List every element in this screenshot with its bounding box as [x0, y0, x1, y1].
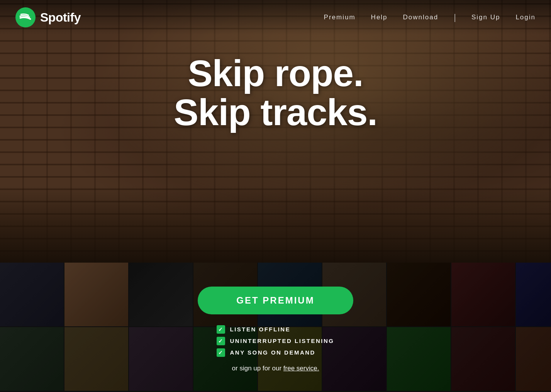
nav-premium[interactable]: Premium — [324, 14, 356, 21]
feature-on-demand: ANY SONG ON DEMAND — [217, 348, 315, 357]
get-premium-button[interactable]: GET PREMIUM — [198, 287, 353, 314]
check-icon-on-demand — [217, 348, 225, 357]
feature-on-demand-label: ANY SONG ON DEMAND — [230, 349, 315, 356]
signup-prefix: or sign up for our — [232, 365, 283, 372]
hero-section: Skip rope. Skip tracks. — [0, 0, 551, 263]
check-icon-offline — [217, 325, 225, 334]
feature-offline-label: LISTEN OFFLINE — [230, 326, 290, 333]
spotify-logo-icon — [15, 7, 36, 27]
nav-links: Premium Help Download | Sign Up Login — [324, 12, 536, 22]
feature-offline: LISTEN OFFLINE — [217, 325, 290, 334]
hero-content: Skip rope. Skip tracks. — [139, 54, 412, 132]
signup-free-link[interactable]: free service. — [283, 365, 319, 372]
nav-help[interactable]: Help — [371, 14, 388, 21]
nav-download[interactable]: Download — [403, 14, 439, 21]
signup-text: or sign up for our free service. — [232, 365, 319, 372]
feature-uninterrupted: UNINTERRUPTED LISTENING — [217, 337, 334, 345]
hero-floor — [0, 185, 551, 263]
hero-title-line1: Skip rope. — [188, 53, 363, 94]
logo-area[interactable]: Spotify — [15, 7, 81, 27]
feature-uninterrupted-label: UNINTERRUPTED LISTENING — [230, 338, 334, 344]
navbar: Spotify Premium Help Download | Sign Up … — [0, 0, 551, 35]
nav-login[interactable]: Login — [515, 14, 536, 21]
hero-title-line2: Skip tracks. — [174, 92, 377, 133]
nav-divider: | — [454, 12, 456, 22]
features-list: LISTEN OFFLINE UNINTERRUPTED LISTENING A… — [217, 325, 334, 357]
nav-signup[interactable]: Sign Up — [471, 14, 500, 21]
cta-overlay: GET PREMIUM LISTEN OFFLINE UNINTERRUPTED… — [0, 263, 551, 392]
hero-title: Skip rope. Skip tracks. — [139, 54, 412, 132]
logo-text: Spotify — [40, 10, 81, 25]
bottom-section: GET PREMIUM LISTEN OFFLINE UNINTERRUPTED… — [0, 263, 551, 392]
check-icon-uninterrupted — [217, 337, 225, 345]
